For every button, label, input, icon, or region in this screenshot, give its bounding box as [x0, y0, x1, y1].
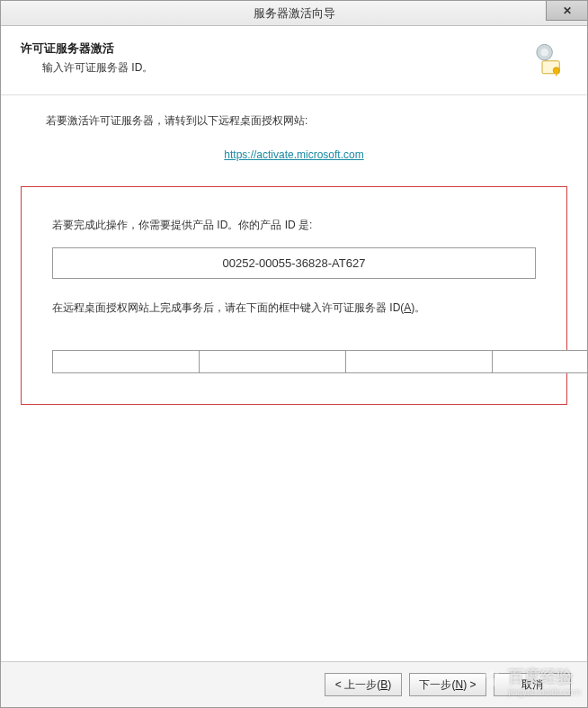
wizard-header: 许可证服务器激活 输入许可证服务器 ID。: [1, 26, 587, 95]
next-button[interactable]: 下一步(N) >: [409, 673, 486, 696]
product-id-label: 若要完成此操作，你需要提供产品 ID。你的产品 ID 是:: [52, 218, 536, 233]
highlighted-section: 若要完成此操作，你需要提供产品 ID。你的产品 ID 是: 00252-0005…: [21, 186, 567, 405]
svg-point-3: [553, 67, 559, 74]
cancel-button[interactable]: 取消: [494, 673, 571, 696]
window-title: 服务器激活向导: [254, 5, 335, 22]
wizard-window: 服务器激活向导 ✕ 许可证服务器激活 输入许可证服务器 ID。 若要激活许可证服…: [0, 0, 588, 708]
header-subheading: 输入许可证服务器 ID。: [42, 60, 153, 76]
svg-point-1: [540, 49, 548, 57]
server-id-field-4[interactable]: [492, 350, 587, 373]
intro-text: 若要激活许可证服务器，请转到以下远程桌面授权网站:: [46, 113, 567, 129]
close-icon: ✕: [563, 4, 572, 17]
server-id-input-group: [52, 350, 536, 373]
server-id-field-3[interactable]: [345, 350, 492, 373]
close-button[interactable]: ✕: [546, 1, 587, 21]
certificate-icon: [530, 40, 567, 82]
header-heading: 许可证服务器激活: [21, 40, 153, 57]
wizard-footer: < 上一步(B) 下一步(N) > 取消: [1, 661, 587, 707]
product-id-display: 00252-00055-36828-AT627: [52, 247, 536, 279]
header-text-block: 许可证服务器激活 输入许可证服务器 ID。: [21, 40, 153, 76]
titlebar: 服务器激活向导 ✕: [1, 1, 587, 26]
back-button[interactable]: < 上一步(B): [325, 673, 402, 696]
wizard-content: 若要激活许可证服务器，请转到以下远程桌面授权网站: https://activa…: [1, 95, 587, 661]
activation-link[interactable]: https://activate.microsoft.com: [21, 148, 567, 161]
server-id-instruction: 在远程桌面授权网站上完成事务后，请在下面的框中键入许可证服务器 ID(A)。: [52, 300, 536, 316]
server-id-field-1[interactable]: [52, 350, 199, 373]
server-id-field-2[interactable]: [199, 350, 345, 373]
